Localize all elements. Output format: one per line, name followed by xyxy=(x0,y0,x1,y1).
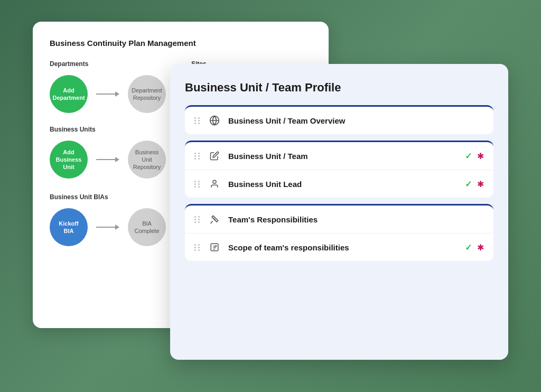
front-card: Business Unit / Team Profile Business Un… xyxy=(170,64,508,360)
back-card-title: Business Continuity Plan Management xyxy=(50,39,312,48)
globe-icon xyxy=(208,114,221,127)
bia-complete-circle[interactable]: BIAComplete xyxy=(128,208,166,246)
front-card-title: Business Unit / Team Profile xyxy=(185,81,493,95)
bu-team-row: Business Unit / Team ✓ ✱ xyxy=(185,142,493,170)
bia-arrow xyxy=(96,225,119,230)
check-icon: ✓ xyxy=(465,242,472,253)
department-repository-circle[interactable]: DepartmentRepository xyxy=(128,75,166,113)
scope-edit-icon xyxy=(208,241,221,254)
departments-col: Departments AddDepartment DepartmentRepo… xyxy=(50,60,170,113)
svg-point-2 xyxy=(213,180,216,183)
asterisk-icon: ✱ xyxy=(477,151,484,161)
business-unit-repository-circle[interactable]: BusinessUnitRepository xyxy=(128,141,166,179)
team-responsibilities-row: Team's Responsibilities xyxy=(185,206,493,234)
departments-flow: AddDepartment DepartmentRepository xyxy=(50,75,170,113)
user-icon xyxy=(208,178,221,190)
scope-actions: ✓ ✱ xyxy=(465,242,484,253)
team-responsibilities-label: Team's Responsibilities xyxy=(228,215,484,224)
details-section: Business Unit / Team ✓ ✱ xyxy=(185,141,493,198)
dept-arrow xyxy=(96,91,119,97)
responsibilities-section: Team's Responsibilities Scope of team's … xyxy=(185,204,493,261)
bu-team-actions: ✓ ✱ xyxy=(465,151,484,161)
drag-handle[interactable] xyxy=(194,117,201,124)
add-department-circle[interactable]: AddDepartment xyxy=(50,75,88,113)
drag-handle[interactable] xyxy=(194,153,201,160)
overview-section: Business Unit / Team Overview xyxy=(185,105,493,134)
departments-label: Departments xyxy=(50,60,170,68)
drag-handle[interactable] xyxy=(194,181,201,188)
bu-lead-actions: ✓ ✱ xyxy=(465,179,484,189)
bu-lead-row: Business Unit Lead ✓ ✱ xyxy=(185,170,493,198)
drag-handle[interactable] xyxy=(194,216,201,223)
main-container: Business Continuity Plan Management Depa… xyxy=(33,22,508,370)
scope-responsibilities-row: Scope of team's responsibilities ✓ ✱ xyxy=(185,234,493,261)
bu-arrow xyxy=(96,157,119,162)
bu-team-label: Business Unit / Team xyxy=(228,152,458,161)
gavel-icon xyxy=(208,213,221,226)
bu-lead-label: Business Unit Lead xyxy=(228,180,458,189)
check-icon: ✓ xyxy=(465,151,472,161)
asterisk-icon: ✱ xyxy=(477,242,484,253)
asterisk-icon: ✱ xyxy=(477,179,484,189)
check-icon: ✓ xyxy=(465,179,472,189)
scope-responsibilities-label: Scope of team's responsibilities xyxy=(228,243,458,252)
kickoff-bia-circle[interactable]: KickoffBIA xyxy=(50,208,88,246)
bu-team-overview-row: Business Unit / Team Overview xyxy=(185,107,493,134)
add-business-unit-circle[interactable]: AddBusinessUnit xyxy=(50,141,88,179)
bu-team-overview-label: Business Unit / Team Overview xyxy=(228,116,484,125)
edit-icon xyxy=(208,150,221,162)
drag-handle[interactable] xyxy=(194,244,201,251)
